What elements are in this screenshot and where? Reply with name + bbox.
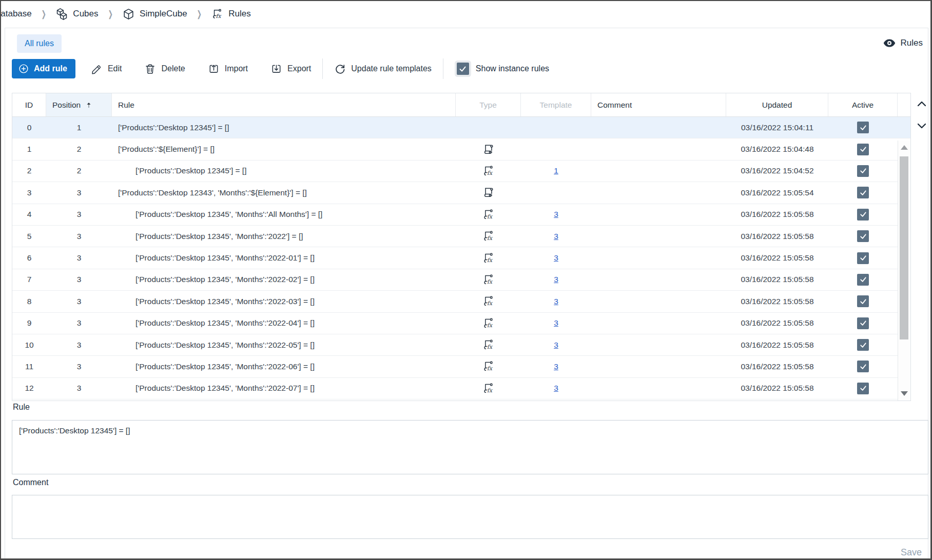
column-header-active[interactable]: Active	[828, 93, 898, 116]
active-checkbox[interactable]	[857, 165, 869, 177]
active-checkbox[interactable]	[857, 339, 869, 351]
cell-rule: ['Products':'Desktop 12345', 'Months':'2…	[112, 362, 456, 371]
table-row[interactable]: 1 2 ['Products':'${Element}'] = [] 03/16…	[12, 138, 910, 160]
active-checkbox[interactable]	[857, 383, 869, 394]
rules-view-toggle[interactable]: Rules	[883, 36, 923, 50]
cell-position: 2	[46, 145, 112, 154]
scrollbar-down-arrow-icon[interactable]	[901, 391, 908, 396]
check-icon	[859, 167, 867, 175]
breadcrumb-item-database[interactable]: Database	[0, 9, 32, 19]
cell-updated: 03/16/2022 15:05:54	[726, 188, 828, 197]
table-vertical-scrollbar[interactable]	[898, 141, 910, 401]
show-instance-rules-checkbox[interactable]	[457, 63, 469, 75]
check-icon	[859, 275, 867, 284]
column-header-position[interactable]: Position	[46, 93, 112, 116]
cell-position: 3	[46, 341, 112, 350]
export-button[interactable]: Export	[270, 63, 311, 75]
cell-rule: ['Products':'${Element}'] = []	[112, 145, 456, 154]
export-icon	[270, 63, 282, 75]
comment-editor-textarea[interactable]	[12, 495, 928, 539]
active-checkbox[interactable]	[857, 230, 869, 242]
table-row[interactable]: 4 3 ['Products':'Desktop 12345', 'Months…	[12, 204, 910, 226]
breadcrumb-item-simplecube[interactable]: SimpleCube	[122, 8, 187, 21]
trash-icon	[144, 63, 156, 75]
template-link[interactable]: 3	[554, 253, 558, 263]
chevron-up-icon	[916, 98, 928, 110]
grid-scroll-up[interactable]	[916, 98, 929, 112]
active-checkbox[interactable]	[857, 122, 869, 133]
check-icon	[859, 384, 867, 392]
active-checkbox[interactable]	[857, 317, 869, 329]
cell-type	[456, 360, 521, 373]
cell-type	[456, 382, 521, 395]
scrollbar-up-arrow-icon[interactable]	[901, 145, 908, 150]
column-header-type[interactable]: Type	[456, 93, 521, 116]
active-checkbox[interactable]	[857, 144, 869, 155]
refresh-icon	[334, 63, 346, 75]
table-row[interactable]: 0 1 ['Products':'Desktop 12345'] = [] 03…	[12, 117, 910, 138]
delete-label: Delete	[161, 64, 185, 73]
table-row[interactable]: 11 3 ['Products':'Desktop 12345', 'Month…	[12, 356, 910, 377]
template-link[interactable]: 3	[554, 341, 558, 350]
import-button[interactable]: Import	[208, 63, 248, 75]
table-row[interactable]: 8 3 ['Products':'Desktop 12345', 'Months…	[12, 291, 910, 312]
active-checkbox[interactable]	[857, 252, 869, 264]
cell-position: 3	[46, 384, 112, 393]
chevron-down-icon	[916, 119, 928, 132]
scrollbar-thumb[interactable]	[900, 156, 908, 339]
template-link[interactable]: 3	[554, 384, 558, 393]
template-link[interactable]: 3	[554, 297, 558, 306]
table-row[interactable]: 7 3 ['Products':'Desktop 12345', 'Months…	[12, 269, 910, 291]
active-checkbox[interactable]	[857, 295, 869, 307]
cell-updated: 03/16/2022 15:04:52	[726, 166, 828, 175]
cell-id: 5	[12, 232, 46, 241]
cell-template: 3	[521, 384, 591, 393]
cell-active	[828, 187, 898, 198]
table-row[interactable]: 9 3 ['Products':'Desktop 12345', 'Months…	[12, 313, 910, 334]
cell-active	[828, 295, 898, 307]
check-icon	[859, 145, 867, 153]
table-row[interactable]: 5 3 ['Products':'Desktop 12345', 'Months…	[12, 226, 910, 247]
tab-all-rules[interactable]: All rules	[17, 34, 62, 53]
add-rule-button[interactable]: Add rule	[12, 59, 75, 78]
column-header-rule[interactable]: Rule	[112, 93, 456, 116]
template-link[interactable]: 3	[554, 275, 558, 284]
active-checkbox[interactable]	[857, 209, 869, 221]
cell-template: 3	[521, 275, 591, 284]
cell-updated: 03/16/2022 15:05:58	[726, 384, 828, 393]
table-row[interactable]: 3 3 ['Products':'Desktop 12343', 'Months…	[12, 182, 910, 204]
rule-editor-textarea[interactable]: ['Products':'Desktop 12345'] = []	[12, 420, 928, 474]
breadcrumb-item-cubes[interactable]: Cubes	[55, 8, 98, 21]
column-header-id[interactable]: ID	[12, 93, 46, 116]
template-link[interactable]: 3	[554, 318, 558, 328]
table-row[interactable]: 12 3 ['Products':'Desktop 12345', 'Month…	[12, 378, 910, 399]
breadcrumb-item-rules[interactable]: Rules	[211, 8, 250, 21]
table-row[interactable]: 6 3 ['Products':'Desktop 12345', 'Months…	[12, 247, 910, 269]
template-link[interactable]: 3	[554, 210, 558, 219]
cell-template: 3	[521, 341, 591, 350]
edit-button[interactable]: Edit	[91, 63, 122, 75]
active-checkbox[interactable]	[857, 361, 869, 372]
update-rule-templates-button[interactable]: Update rule templates	[334, 63, 432, 75]
grid-scroll-down[interactable]	[916, 119, 929, 134]
column-header-comment[interactable]: Comment	[591, 93, 726, 116]
active-checkbox[interactable]	[857, 187, 869, 198]
column-header-template[interactable]: Template	[521, 93, 591, 116]
template-link[interactable]: 1	[554, 166, 558, 175]
cell-id: 2	[12, 166, 46, 175]
cell-rule: ['Products':'Desktop 12345', 'Months':'2…	[112, 341, 456, 350]
table-row[interactable]: 2 2 ['Products':'Desktop 12345'] = [] 1 …	[12, 161, 910, 182]
save-button[interactable]: Save	[901, 547, 922, 558]
cell-id: 10	[12, 341, 46, 350]
table-row[interactable]: 10 3 ['Products':'Desktop 12345', 'Month…	[12, 334, 910, 356]
cell-updated: 03/16/2022 15:05:58	[726, 275, 828, 284]
delete-button[interactable]: Delete	[144, 63, 185, 75]
rule-instance-type-icon	[482, 252, 495, 265]
template-link[interactable]: 3	[554, 362, 558, 371]
check-icon	[859, 210, 867, 218]
cell-updated: 03/16/2022 15:04:11	[726, 123, 828, 132]
cell-active	[828, 122, 898, 133]
column-header-updated[interactable]: Updated	[726, 93, 828, 116]
template-link[interactable]: 3	[554, 232, 558, 241]
active-checkbox[interactable]	[857, 274, 869, 286]
